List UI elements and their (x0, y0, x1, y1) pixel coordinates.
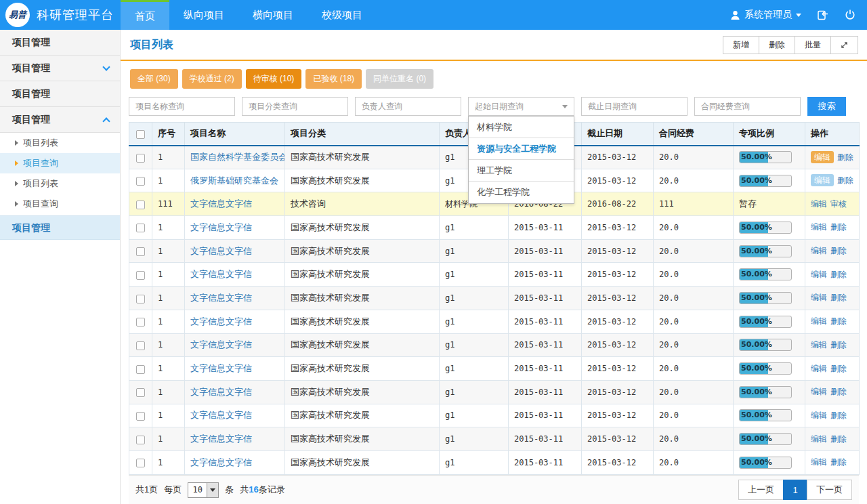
sidebar-group-2[interactable]: 项目管理 (0, 81, 120, 107)
exit-icon[interactable] (816, 9, 829, 22)
row-checkbox[interactable] (136, 201, 145, 209)
nav-tab-2[interactable]: 横向项目 (238, 0, 308, 30)
sidebar: 项目管理项目管理项目管理项目管理项目列表项目查询项目列表项目查询项目管理 (0, 30, 121, 504)
project-name-link[interactable]: 文字信息文字信 (190, 316, 252, 327)
action-second-button[interactable]: 删除 (830, 293, 847, 302)
page-size-select[interactable]: 10 (188, 482, 219, 498)
row-checkbox[interactable] (136, 271, 145, 280)
sidebar-item-5[interactable]: 项目查询 (0, 153, 120, 173)
nav-tab-3[interactable]: 校级项目 (308, 0, 377, 30)
action-second-button[interactable]: 删除 (830, 246, 847, 255)
row-checkbox[interactable] (136, 247, 145, 256)
project-name-link[interactable]: 文字信息文字信 (190, 293, 252, 303)
start-date-select[interactable]: 起始日期查询 (468, 97, 574, 116)
select-all-checkbox[interactable] (136, 130, 145, 139)
action-edit-button[interactable]: 编辑 (811, 387, 827, 396)
triangle-icon (15, 140, 18, 146)
search-button[interactable]: 搜索 (807, 97, 846, 116)
action-edit-button[interactable]: 编辑 (811, 457, 827, 467)
action-second-button[interactable]: 审核 (830, 199, 847, 209)
project-name-link[interactable]: 文字信息文字信 (190, 410, 252, 420)
dropdown-option-3[interactable]: 化学工程学院 (469, 182, 574, 203)
sidebar-item-4[interactable]: 项目列表 (0, 133, 120, 153)
action-edit-button[interactable]: 编辑 (811, 340, 827, 350)
project-name-link[interactable]: 文字信息文字信 (190, 457, 252, 467)
power-icon[interactable] (844, 9, 856, 21)
action-edit-button[interactable]: 编辑 (811, 222, 827, 232)
dropdown-option-2[interactable]: 理工学院 (469, 160, 574, 182)
row-checkbox[interactable] (136, 459, 145, 467)
cell-fund: 20.0 (654, 380, 734, 404)
action-second-button[interactable]: 删除 (830, 411, 847, 420)
action-edit-button[interactable]: 编辑 (811, 364, 827, 373)
action-second-button[interactable]: 删除 (830, 457, 847, 467)
action-edit-button[interactable]: 编辑 (811, 246, 827, 255)
action-edit-button[interactable]: 编辑 (811, 411, 827, 420)
action-edit-button[interactable]: 编辑 (811, 199, 827, 209)
action-second-button[interactable]: 删除 (830, 222, 847, 232)
row-checkbox[interactable] (136, 154, 145, 163)
sidebar-group-0[interactable]: 项目管理 (0, 30, 120, 56)
sidebar-item-7[interactable]: 项目查询 (0, 194, 120, 214)
toolbar-button-1[interactable]: 删除 (759, 36, 795, 54)
filter-tab-0[interactable]: 全部 (30) (130, 69, 178, 89)
project-name-link[interactable]: 文字信息文字信 (190, 434, 252, 444)
action-edit-button[interactable]: 编辑 (811, 151, 834, 163)
project-name-link[interactable]: 文字信息文字信 (190, 387, 252, 397)
row-checkbox[interactable] (136, 318, 145, 327)
sidebar-group-1[interactable]: 项目管理 (0, 56, 120, 81)
sidebar-item-8[interactable]: 项目管理 (0, 215, 120, 240)
filter-tab-3[interactable]: 已验收 (18) (305, 69, 362, 89)
project-name-link[interactable]: 文字信息文字信 (190, 339, 252, 350)
page-size-caret[interactable] (207, 483, 218, 497)
search-input-2[interactable] (355, 97, 461, 116)
toolbar-button-0[interactable]: 新增 (723, 36, 759, 54)
nav-tab-1[interactable]: 纵向项目 (169, 0, 238, 30)
project-name-link[interactable]: 文字信息文字信 (190, 246, 252, 256)
action-edit-button[interactable]: 编辑 (811, 293, 827, 302)
search-input-4[interactable] (581, 97, 688, 116)
action-second-button[interactable]: 删除 (830, 364, 847, 373)
project-name-link[interactable]: 国家自然科学基金委员会 (190, 152, 285, 162)
toolbar-button-2[interactable]: 批量 (795, 36, 831, 54)
project-name-link[interactable]: 文字信息文字信 (190, 222, 252, 232)
expand-icon[interactable] (830, 36, 858, 54)
row-checkbox[interactable] (136, 224, 145, 232)
row-checkbox[interactable] (136, 388, 145, 397)
search-input-1[interactable] (242, 97, 348, 116)
action-second-button[interactable]: 删除 (837, 175, 853, 185)
dropdown-option-0[interactable]: 材料学院 (469, 117, 574, 138)
next-page-button[interactable]: 下一页 (807, 480, 852, 500)
project-name-link[interactable]: 文字信息文字信 (190, 198, 252, 209)
action-second-button[interactable]: 删除 (830, 434, 847, 444)
row-checkbox[interactable] (136, 295, 145, 303)
filter-tab-2[interactable]: 待审核 (10) (246, 69, 302, 89)
sidebar-item-6[interactable]: 项目列表 (0, 173, 120, 194)
prev-page-button[interactable]: 上一页 (738, 480, 784, 500)
filter-tab-1[interactable]: 学校通过 (2) (182, 69, 242, 89)
action-second-button[interactable]: 删除 (830, 340, 847, 350)
nav-tab-0[interactable]: 首页 (121, 0, 169, 30)
row-checkbox[interactable] (136, 341, 145, 350)
action-second-button[interactable]: 删除 (830, 387, 847, 396)
action-second-button[interactable]: 删除 (830, 270, 847, 279)
row-checkbox[interactable] (136, 412, 145, 421)
dropdown-option-1[interactable]: 资源与安全工程学院 (469, 138, 574, 160)
project-name-link[interactable]: 俄罗斯基础研究基金会 (190, 175, 278, 186)
project-name-link[interactable]: 文字信息文字信 (190, 269, 252, 279)
search-input-0[interactable] (129, 97, 235, 116)
project-name-link[interactable]: 文字信息文字信 (190, 363, 252, 373)
row-checkbox[interactable] (136, 436, 145, 444)
sidebar-group-3[interactable]: 项目管理 (0, 107, 120, 133)
current-page-button[interactable]: 1 (783, 480, 807, 500)
action-edit-button[interactable]: 编辑 (811, 316, 827, 326)
action-edit-button[interactable]: 编辑 (811, 434, 827, 444)
action-second-button[interactable]: 删除 (830, 316, 847, 326)
row-checkbox[interactable] (136, 177, 145, 186)
user-menu[interactable]: 系统管理员 (730, 9, 801, 21)
action-edit-button[interactable]: 编辑 (811, 174, 834, 186)
action-edit-button[interactable]: 编辑 (811, 270, 827, 279)
action-second-button[interactable]: 删除 (837, 152, 853, 162)
search-input-5[interactable] (694, 97, 801, 116)
row-checkbox[interactable] (136, 365, 145, 374)
